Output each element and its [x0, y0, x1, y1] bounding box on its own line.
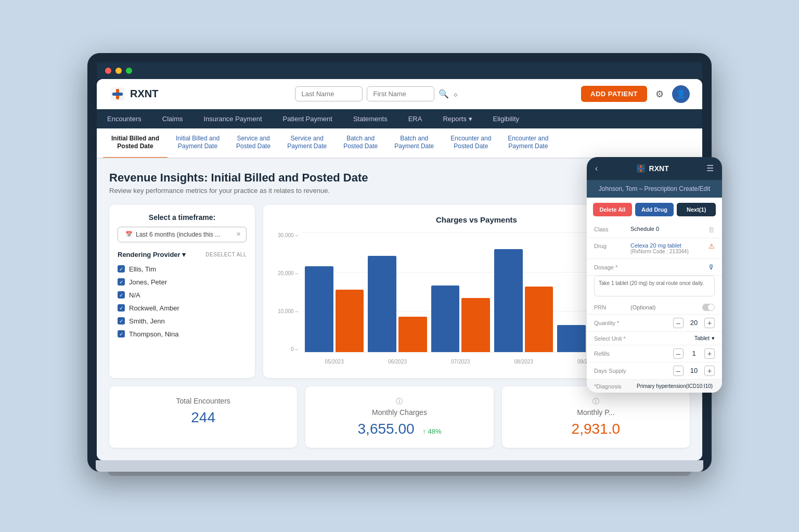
quantity-minus-button[interactable]: –	[673, 318, 684, 328]
provider-checkbox[interactable]: ✓	[118, 304, 125, 312]
mobile-diagnosis-label: *Diagnosis	[594, 383, 630, 390]
list-item[interactable]: ✓ Smith, Jenn	[118, 315, 247, 328]
stat-label: Total Encounters	[120, 397, 287, 405]
stat-monthly-payments: ⓘ Monthly P... 2,931.0	[502, 386, 690, 448]
last-name-input[interactable]	[295, 86, 363, 101]
refills-plus-button[interactable]: +	[704, 348, 715, 359]
timeframe-clear-icon[interactable]: ✕	[236, 231, 241, 238]
bar-orange	[461, 298, 490, 352]
list-item[interactable]: ✓ Rockwell, Amber	[118, 302, 247, 315]
chevron-down-icon: ▾	[712, 335, 715, 342]
nav-statements[interactable]: Statements	[343, 109, 398, 128]
nav-encounters[interactable]: Encounters	[97, 109, 152, 128]
mobile-dosage-label: Dosage *	[594, 264, 630, 270]
list-item[interactable]: ✓ Ellis, Tim	[118, 263, 247, 276]
close-dot[interactable]	[105, 68, 111, 74]
nav-claims[interactable]: Claims	[152, 109, 194, 128]
laptop-foot	[108, 472, 691, 476]
stat-value: 3,655.00 ↑ 48%	[316, 421, 483, 437]
search-button[interactable]: 🔍	[439, 89, 449, 99]
mobile-diagnosis-value[interactable]: Primary hypertension(ICD10:I10) ▾	[637, 383, 715, 389]
tab-encounter-payment[interactable]: Encounter andPayment Date	[499, 128, 557, 159]
mobile-title: Johnson, Tom – Prescription Create/Edit	[587, 180, 722, 198]
stats-row: Total Encounters 244 ⓘ Monthly Charges 3…	[109, 386, 690, 448]
mobile-prn-toggle[interactable]	[702, 304, 715, 311]
deselect-all-button[interactable]: DESELECT ALL	[205, 252, 247, 257]
mobile-next-button[interactable]: Next(1)	[677, 203, 716, 216]
mobile-delete-all-button[interactable]: Delete All	[593, 203, 632, 216]
mobile-class-label: Class	[594, 226, 630, 232]
tab-service-posted[interactable]: Service andPosted Date	[228, 128, 279, 159]
list-item[interactable]: ✓ Thompson, Nina	[118, 328, 247, 341]
sub-nav: Initial Billed andPosted Date Initial Bi…	[97, 128, 702, 159]
filter-button[interactable]: ⬦	[453, 89, 458, 99]
warning-icon: ⚠	[708, 242, 715, 250]
mobile-prn-label: PRN	[594, 304, 630, 310]
bar-orange	[398, 317, 427, 352]
settings-button[interactable]: ⚙	[655, 88, 664, 100]
nav-eligibility[interactable]: Eligibility	[483, 109, 530, 128]
mobile-prn-input[interactable]	[630, 304, 702, 310]
nav-reports[interactable]: Reports ▾	[432, 109, 482, 128]
list-item[interactable]: ✓ Jones, Peter	[118, 276, 247, 289]
chart-group: 05/2023	[305, 266, 364, 352]
provider-checkbox[interactable]: ✓	[118, 278, 125, 286]
mobile-logo-icon	[636, 163, 646, 174]
mobile-drug-field: Drug Celexa 20 mg tablet (RxNorm Code : …	[587, 238, 722, 259]
bar-blue	[368, 256, 396, 352]
provider-name: Ellis, Tim	[129, 265, 156, 273]
list-item[interactable]: ✓ N/A	[118, 289, 247, 302]
tab-batch-posted[interactable]: Batch andPosted Date	[335, 128, 386, 159]
microphone-icon[interactable]: 🎙	[708, 263, 715, 271]
tab-encounter-posted[interactable]: Encounter andPosted Date	[442, 128, 499, 159]
provider-checkbox[interactable]: ✓	[118, 265, 125, 273]
y-label: 30,000 –	[278, 232, 298, 238]
y-label: 20,000 –	[278, 270, 298, 276]
chart-group: 06/2023	[368, 256, 427, 352]
days-supply-minus-button[interactable]: –	[673, 366, 684, 376]
stat-value: 2,931.0	[512, 421, 679, 437]
minimize-dot[interactable]	[115, 68, 122, 74]
mobile-dosage-field: Dosage * 🎙	[587, 259, 722, 276]
bar-orange	[336, 290, 364, 352]
quantity-plus-button[interactable]: +	[704, 318, 715, 328]
info-icon[interactable]: ⓘ	[512, 397, 679, 406]
mobile-dosage-text[interactable]: Take 1 tablet (20 mg) by oral route once…	[594, 276, 715, 296]
laptop-base	[96, 460, 703, 472]
stat-total-encounters: Total Encounters 244	[109, 386, 297, 448]
maximize-dot[interactable]	[126, 68, 132, 74]
logo-icon	[109, 86, 126, 102]
tab-service-payment[interactable]: Service andPayment Date	[279, 128, 335, 159]
provider-name: Smith, Jenn	[129, 317, 165, 325]
y-label: 10,000 –	[278, 308, 298, 314]
provider-checkbox[interactable]: ✓	[118, 291, 125, 299]
mobile-select-unit-value[interactable]: Tablet ▾	[694, 335, 715, 342]
info-icon[interactable]: ⓘ	[316, 397, 483, 406]
provider-name: Jones, Peter	[129, 278, 167, 286]
add-patient-button[interactable]: ADD PATIENT	[581, 86, 647, 102]
refills-minus-button[interactable]: –	[673, 348, 684, 359]
days-supply-value: 10	[688, 367, 700, 374]
tab-initial-billed-posted[interactable]: Initial Billed andPosted Date	[103, 128, 167, 159]
nav-insurance-payment[interactable]: Insurance Payment	[194, 109, 273, 128]
provider-checkbox[interactable]: ✓	[118, 330, 125, 338]
mobile-drug-label: Drug	[594, 242, 630, 249]
tab-batch-payment[interactable]: Batch andPayment Date	[386, 128, 442, 159]
provider-checkbox[interactable]: ✓	[118, 317, 125, 325]
provider-name: Thompson, Nina	[129, 330, 178, 338]
filter-panel: Select a timeframe: 📅 Last 6 months (inc…	[109, 205, 255, 378]
timeframe-select[interactable]: 📅 Last 6 months (includes this ... ✕	[118, 227, 247, 242]
nav-patient-payment[interactable]: Patient Payment	[273, 109, 343, 128]
first-name-input[interactable]	[367, 86, 434, 101]
mobile-add-drug-button[interactable]: Add Drug	[635, 203, 674, 216]
provider-title[interactable]: Rendering Provider ▾	[118, 251, 186, 258]
quantity-value: 20	[688, 319, 700, 327]
tab-initial-billed-payment[interactable]: Initial Billed andPayment Date	[167, 128, 228, 159]
nav-era[interactable]: ERA	[398, 109, 433, 128]
mobile-menu-button[interactable]: ☰	[706, 163, 714, 173]
mobile-back-button[interactable]: ‹	[595, 164, 598, 173]
mobile-select-unit-label: Select Unit *	[594, 335, 630, 342]
delete-icon[interactable]: 🗑	[708, 226, 715, 233]
bar-orange	[525, 287, 553, 352]
days-supply-plus-button[interactable]: +	[704, 366, 715, 376]
